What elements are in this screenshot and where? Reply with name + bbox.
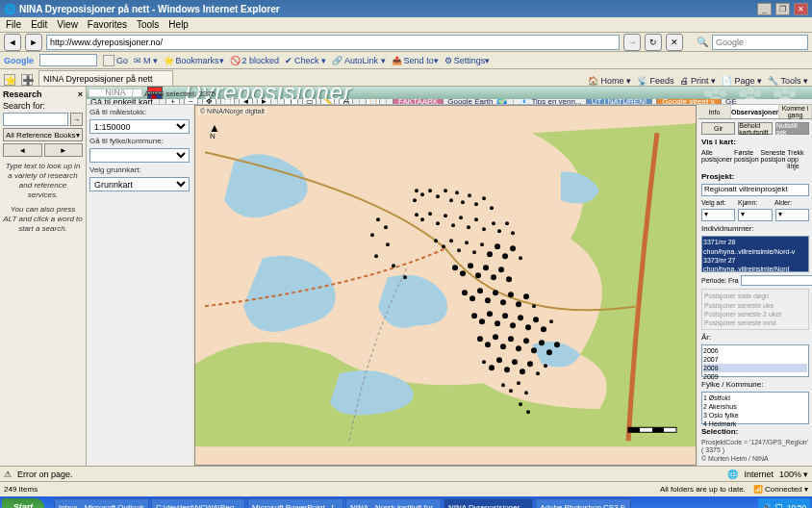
task-outlook[interactable]: Inbox - Microsoft Outlook [54,498,149,508]
svg-point-94 [526,411,530,415]
svg-point-18 [444,215,447,218]
svg-point-65 [525,325,531,331]
svg-point-40 [452,266,458,271]
research-close-button[interactable]: × [78,89,83,99]
year-listbox[interactable]: 2006 2007 2008 2009 [701,344,809,377]
refresh-button[interactable]: ↻ [645,34,662,51]
task-nina[interactable]: NINA - Norsk institutt for... [345,498,442,508]
window-minimize-button[interactable]: _ [757,3,772,15]
window-close-button[interactable]: ✕ [794,3,808,15]
nav-forward-button[interactable]: ► [25,34,42,51]
research-search-input[interactable] [3,113,68,126]
cmd-feeds[interactable]: 📡 Feeds [637,76,674,86]
prosjekt-label: Prosjekt: [701,172,809,181]
go-button[interactable]: → [623,34,641,51]
svg-point-41 [460,271,466,277]
tray-icon[interactable]: 🛡 [775,503,783,509]
google-search-input[interactable] [39,54,97,66]
reset-button[interactable]: Nullstill sek [775,122,809,135]
zoom-control[interactable]: 100% ▾ [779,470,808,479]
svg-point-42 [468,264,473,269]
visopt-first[interactable]: Første posisjon [734,149,759,169]
stop-button[interactable]: ✕ [666,34,683,51]
map-canvas[interactable]: © NINA/Norge digitalt ▲ [194,105,697,466]
individ-listbox[interactable]: 3371/nr 28 chon/hyna..villreinsimle/Nord… [701,236,809,272]
svg-point-81 [489,366,495,371]
rtab-info[interactable]: Info [698,105,731,118]
svg-point-33 [472,251,476,255]
tray-icon[interactable]: 🔊 [762,503,772,509]
browser-search-input[interactable] [712,35,808,50]
visopt-all[interactable]: Alle posisjoner [701,149,732,169]
map-right-panel: Info Observasjoner Komme i gang Gir Beho… [698,105,812,466]
google-blocked-button[interactable]: 🚫 2 blocked [230,56,280,65]
svg-point-22 [474,218,478,222]
visopt-last[interactable]: Seneste posisjon [761,149,786,169]
muni-select[interactable] [89,148,190,163]
prosjekt-select[interactable]: Regionalt villreinprosjekt (villrein) [701,184,809,196]
nav-back-button[interactable]: ◄ [4,34,21,51]
rtab-observations[interactable]: Observasjoner [731,105,779,118]
google-bookmarks-button[interactable]: ⭐ Bookmarks▾ [164,56,224,65]
basemap-select[interactable]: Grunnkart [89,177,190,191]
google-mail-button[interactable]: ✉ M▾ [134,56,158,65]
tab-command-bar: 🏠 Home ▾ 📡 Feeds 🖨 Print ▾ 📄 Page ▾ 🔧 To… [588,76,808,86]
add-favorites-icon[interactable]: ➕ [21,74,33,86]
menu-tools[interactable]: Tools [137,19,159,30]
research-help-2: You can also press ALT and click a word … [3,205,83,234]
position-preset-list[interactable]: Posisjoner siste døgn Posisjoner seneste… [701,289,809,329]
cmd-print[interactable]: 🖨 Print ▾ [680,76,717,86]
svg-point-30 [449,240,453,243]
cmd-page[interactable]: 📄 Page ▾ [722,76,762,86]
keep-extent-button[interactable]: Behold kartutsnitt [738,122,772,135]
art-select[interactable]: ▾ [701,209,735,221]
svg-point-50 [477,289,483,294]
window-maximize-button[interactable]: ❐ [775,3,790,15]
menu-favorites[interactable]: Favorites [88,19,127,30]
cmd-tools[interactable]: 🔧 Tools ▾ [768,76,808,86]
ie-icon: 🌐 [4,4,15,14]
svg-point-64 [518,316,523,321]
research-back-button[interactable]: ◄ [3,143,42,157]
svg-point-61 [495,321,500,327]
connection-status[interactable]: 📶 Connected ▾ [753,485,808,494]
favorites-star-icon[interactable]: ⭐ [4,74,15,86]
visopt-line[interactable]: Trekk opp linje [787,149,809,169]
gir-button[interactable]: Gir [701,122,735,135]
system-tray[interactable]: 🔊 🛡 10:50 [758,498,810,508]
svg-point-20 [459,216,463,220]
google-settings-button[interactable]: ⚙ Settings▾ [444,56,491,65]
svg-point-8 [455,191,459,195]
menu-view[interactable]: View [57,19,78,30]
task-dyreposisjoner[interactable]: NINA Dyreposisjoner ... [444,498,533,508]
kjonn-select[interactable]: ▾ [738,209,772,221]
browser-tab[interactable]: NINA Dyreposisjoner på nett [38,70,173,86]
svg-point-87 [536,372,540,376]
scale-select[interactable]: 1:150000 [89,119,190,134]
research-source-select[interactable]: All Reference Books▾ [3,128,83,141]
date-from-input[interactable] [741,275,812,286]
menu-file[interactable]: File [6,19,21,30]
art-label: Velg art: [701,199,736,206]
svg-point-29 [442,245,445,249]
svg-point-58 [471,314,477,319]
menu-edit[interactable]: Edit [31,19,47,30]
research-fwd-button[interactable]: ► [44,143,84,157]
url-input[interactable]: http://www.dyreposisjoner.no/ [46,35,620,50]
task-powerpoint[interactable]: Microsoft PowerPoint - [... [247,498,343,508]
menu-help[interactable]: Help [168,19,189,30]
google-send-button[interactable]: 📤 Send to▾ [392,56,439,65]
cmd-home[interactable]: 🏠 Home ▾ [588,76,631,86]
alder-select[interactable]: ▾ [775,209,809,221]
start-button[interactable]: Start [2,498,44,508]
rtab-getting-started[interactable]: Komme i gang [779,105,812,118]
research-go-button[interactable]: → [70,113,83,126]
svg-point-15 [420,218,424,222]
google-go-button[interactable]: Go [103,55,128,66]
task-explorer[interactable]: C:\dev\test\NCWA\Reg... [151,498,245,508]
fylke-listbox[interactable]: 1 Østfold 2 Akershus 3 Oslo fylke 4 Hedm… [701,392,809,424]
google-autolink-button[interactable]: 🔗 AutoLink ▾ [332,56,386,65]
task-photoshop[interactable]: Adobe Photoshop CS3 E... [535,498,631,508]
google-check-button[interactable]: ✔ Check ▾ [285,56,326,65]
svg-point-48 [462,291,468,296]
